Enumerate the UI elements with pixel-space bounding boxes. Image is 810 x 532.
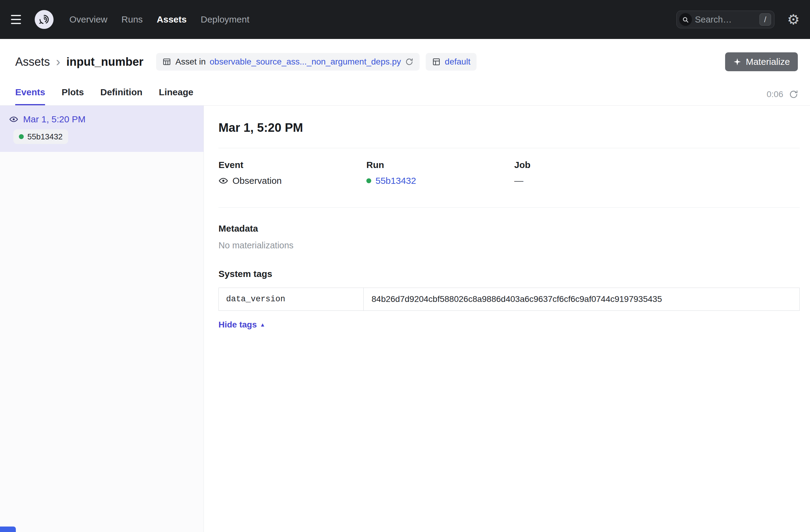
octopus-swirl-icon [37,12,51,27]
tab-lineage[interactable]: Lineage [159,87,193,105]
events-sidebar: Mar 1, 5:20 PM 55b13432 [0,106,204,532]
reload-definitions-icon[interactable] [405,58,414,66]
topbar: Overview Runs Assets Deployment / ⚙ [0,0,810,39]
nav-item-overview[interactable]: Overview [69,14,108,25]
run-column: Run 55b13432 [366,160,514,186]
asset-file-link[interactable]: observable_source_ass..._non_argument_de… [210,57,401,67]
nav-item-runs[interactable]: Runs [122,14,143,25]
event-label: Event [218,160,366,170]
nav-item-assets[interactable]: Assets [157,14,187,25]
asset-in-label: Asset in [175,57,206,67]
system-tags-table: data_version 84b26d7d9204cbf588026c8a988… [218,288,800,311]
global-search[interactable]: / [677,11,774,28]
run-status-dot [19,134,24,139]
refresh-icon[interactable] [789,90,798,99]
search-icon [679,13,692,26]
eye-icon [218,176,228,186]
breadcrumb-assets-link[interactable]: Assets [15,55,50,68]
tag-value-cell: 84b26d7d9204cbf588026c8a9886d403a6c9637c… [363,288,799,310]
bottom-left-blue-artifact [0,527,16,532]
hamburger-menu-icon[interactable] [11,15,25,24]
asset-tabs: Events Plots Definition Lineage [15,87,193,105]
eye-icon [9,115,18,124]
primary-nav: Overview Runs Assets Deployment [69,14,249,25]
run-id: 55b13432 [27,132,63,142]
event-column: Event Observation [218,160,366,186]
metadata-empty-text: No materializations [218,240,800,251]
settings-gear-icon[interactable]: ⚙ [787,13,800,27]
system-tags-heading: System tags [218,269,800,279]
run-status-dot [366,178,371,183]
hide-tags-label: Hide tags [218,320,257,329]
event-type-value: Observation [232,176,282,186]
event-timestamp: Mar 1, 5:20 PM [23,114,85,125]
run-link[interactable]: 55b13432 [375,176,416,186]
event-detail-panel: Mar 1, 5:20 PM Event Observation Run 55b… [204,106,810,532]
sparkle-icon [733,58,742,66]
event-summary-columns: Event Observation Run 55b13432 Job [218,160,800,186]
search-input[interactable] [692,15,760,25]
job-column: Job — [514,160,800,186]
chevron-right-icon: › [56,55,60,68]
event-list-item[interactable]: Mar 1, 5:20 PM 55b13432 [0,106,204,152]
materialize-label: Materialize [746,57,790,67]
tab-events[interactable]: Events [15,87,45,105]
run-badge: 55b13432 [13,129,68,144]
content: Mar 1, 5:20 PM 55b13432 Mar 1, 5:20 PM E… [0,106,810,532]
breadcrumb: Assets › input_number Asset in observabl… [15,51,798,72]
tab-definition[interactable]: Definition [100,87,142,105]
metadata-heading: Metadata [218,223,800,234]
divider [218,207,800,208]
group-default-link[interactable]: default [445,57,470,67]
hide-tags-link[interactable]: Hide tags ▲ [218,320,265,329]
tab-plots[interactable]: Plots [62,87,84,105]
run-label: Run [366,160,514,170]
poll-controls: 0:06 [767,90,799,105]
slash-shortcut-badge: / [760,13,771,26]
breadcrumb-current-asset: input_number [66,55,143,68]
asset-tabs-row: Events Plots Definition Lineage 0:06 [0,72,810,106]
group-chip: default [426,53,476,70]
asset-location-chip: Asset in observable_source_ass..._non_ar… [156,53,419,70]
event-title: Mar 1, 5:20 PM [218,121,800,134]
tag-key-cell: data_version [219,288,363,310]
caret-up-icon: ▲ [260,322,265,327]
materialize-button[interactable]: Materialize [725,52,798,71]
job-value: — [514,176,523,186]
job-label: Job [514,160,800,170]
nav-item-deployment[interactable]: Deployment [200,14,249,25]
dagster-logo[interactable] [35,10,53,29]
asset-header: Assets › input_number Asset in observabl… [0,39,810,72]
table-icon [162,57,171,66]
poll-timer: 0:06 [767,90,783,99]
group-grid-icon [432,57,441,66]
